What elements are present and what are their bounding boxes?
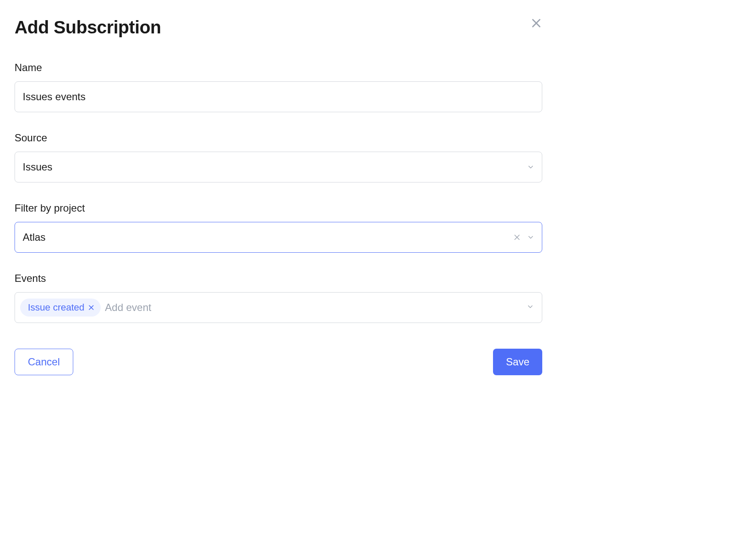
modal-footer: Cancel Save	[15, 349, 542, 375]
name-input[interactable]	[15, 81, 542, 112]
source-group: Source Issues	[15, 132, 542, 182]
name-group: Name	[15, 62, 542, 112]
filter-by-project-select-icons	[513, 233, 535, 241]
events-chevron-wrapper	[526, 303, 534, 312]
event-tag-label: Issue created	[28, 302, 84, 313]
source-label: Source	[15, 132, 542, 144]
filter-by-project-group: Filter by project Atlas	[15, 202, 542, 253]
modal-title: Add Subscription	[15, 17, 161, 38]
save-button[interactable]: Save	[493, 349, 542, 375]
filter-by-project-select[interactable]: Atlas	[15, 222, 542, 253]
modal-header: Add Subscription	[15, 17, 542, 38]
source-select-wrapper: Issues	[15, 152, 542, 182]
events-input[interactable]: Issue created Add event	[15, 292, 542, 323]
source-select-icons	[527, 163, 535, 171]
name-label: Name	[15, 62, 542, 74]
chevron-down-icon	[526, 303, 534, 311]
events-placeholder: Add event	[105, 302, 151, 314]
filter-by-project-label: Filter by project	[15, 202, 542, 214]
close-icon	[530, 17, 542, 29]
filter-by-project-value: Atlas	[23, 231, 45, 243]
events-group: Events Issue created Add event	[15, 272, 542, 323]
clear-icon[interactable]	[513, 233, 521, 241]
close-icon	[88, 304, 95, 311]
event-tag: Issue created	[20, 299, 101, 317]
filter-by-project-select-wrapper: Atlas	[15, 222, 542, 253]
event-tag-remove[interactable]	[88, 304, 95, 311]
close-button[interactable]	[530, 17, 542, 29]
chevron-down-icon	[527, 233, 535, 241]
source-value: Issues	[23, 161, 52, 173]
events-label: Events	[15, 272, 542, 284]
cancel-button[interactable]: Cancel	[15, 349, 73, 375]
chevron-down-icon	[527, 163, 535, 171]
source-select[interactable]: Issues	[15, 152, 542, 182]
